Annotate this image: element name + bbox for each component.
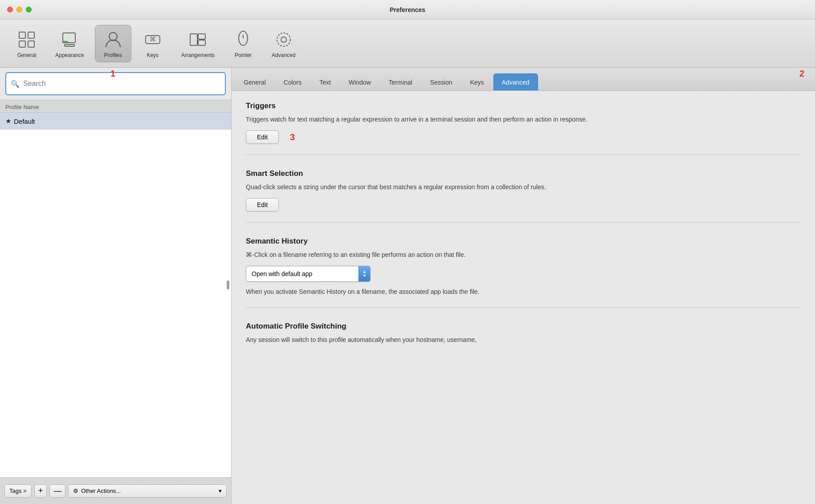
other-actions-label: Other Actions... bbox=[81, 488, 121, 494]
section-semantic-history: Semantic History ⌘-Click on a filename r… bbox=[246, 237, 801, 308]
toolbar-item-profiles[interactable]: Profiles bbox=[95, 25, 131, 62]
toolbar-label-general: General bbox=[17, 52, 37, 58]
toolbar-item-keys[interactable]: ⌘ Keys bbox=[135, 25, 171, 62]
svg-point-17 bbox=[277, 33, 290, 46]
search-box: 🔍 bbox=[5, 72, 226, 95]
svg-point-8 bbox=[109, 33, 117, 41]
advanced-icon bbox=[273, 29, 294, 50]
tab-advanced[interactable]: Advanced bbox=[493, 73, 538, 90]
svg-rect-11 bbox=[190, 34, 197, 45]
annotation-3: 3 bbox=[290, 132, 295, 142]
remove-profile-button[interactable]: — bbox=[49, 484, 65, 498]
search-box-container: 🔍 bbox=[0, 68, 231, 100]
auto-profile-description: Any session will switch to this profile … bbox=[246, 335, 801, 345]
svg-rect-7 bbox=[63, 41, 68, 43]
other-actions-button[interactable]: ⚙ Other Actions... ▾ bbox=[68, 484, 227, 498]
toolbar-label-arrangements: Arrangements bbox=[181, 52, 215, 58]
tab-text[interactable]: Text bbox=[311, 73, 339, 90]
svg-rect-3 bbox=[28, 41, 34, 47]
search-input[interactable] bbox=[23, 80, 220, 88]
semantic-history-dropdown-wrap: Open with default app ▲ ▼ bbox=[246, 266, 801, 282]
section-auto-profile: Automatic Profile Switching Any session … bbox=[246, 322, 801, 362]
smart-selection-edit-button[interactable]: Edit bbox=[246, 198, 279, 211]
toolbar-label-pointer: Pointer bbox=[235, 52, 252, 58]
toolbar-label-advanced: Advanced bbox=[272, 52, 295, 58]
semantic-history-title: Semantic History bbox=[246, 237, 801, 246]
search-icon: 🔍 bbox=[11, 80, 20, 88]
sidebar: 1 🔍 Profile Name ★ Default Tags > + — ⚙ … bbox=[0, 68, 232, 504]
window-controls bbox=[7, 7, 32, 12]
triggers-description: Triggers watch for text matching a regul… bbox=[246, 115, 801, 124]
toolbar: General Appearance Profiles ⌘ bbox=[0, 20, 815, 68]
gear-icon: ⚙ bbox=[73, 488, 78, 494]
semantic-history-description: ⌘-Click on a filename referring to an ex… bbox=[246, 250, 801, 260]
add-profile-button[interactable]: + bbox=[34, 484, 47, 498]
svg-text:⌘: ⌘ bbox=[150, 36, 156, 43]
toolbar-item-arrangements[interactable]: Arrangements bbox=[174, 25, 222, 62]
profiles-icon bbox=[102, 29, 124, 50]
window-title: Preferences bbox=[390, 6, 425, 13]
sidebar-scroll-indicator bbox=[227, 280, 229, 289]
tags-button[interactable]: Tags > bbox=[4, 484, 32, 498]
panel-content: Triggers Triggers watch for text matchin… bbox=[232, 91, 815, 504]
general-icon bbox=[16, 29, 37, 50]
smart-selection-description: Quad-click selects a string under the cu… bbox=[246, 183, 801, 192]
toolbar-label-keys: Keys bbox=[147, 52, 159, 58]
maximize-button[interactable] bbox=[26, 7, 32, 12]
toolbar-item-appearance[interactable]: Appearance bbox=[48, 25, 91, 62]
svg-point-16 bbox=[281, 37, 286, 42]
dropdown-arrow-icon: ▾ bbox=[219, 488, 222, 494]
tab-general[interactable]: General bbox=[235, 73, 274, 90]
annotation-2: 2 bbox=[799, 69, 804, 79]
title-bar: Preferences bbox=[0, 0, 815, 20]
pointer-icon bbox=[232, 29, 254, 50]
auto-profile-title: Automatic Profile Switching bbox=[246, 322, 801, 331]
tab-colors[interactable]: Colors bbox=[275, 73, 310, 90]
tab-keys[interactable]: Keys bbox=[461, 73, 492, 90]
semantic-history-note: When you activate Semantic History on a … bbox=[246, 287, 801, 297]
tab-window[interactable]: Window bbox=[340, 73, 379, 90]
dropdown-arrow-icon: ▲ ▼ bbox=[359, 266, 370, 281]
triggers-title: Triggers bbox=[246, 102, 801, 110]
toolbar-item-pointer[interactable]: Pointer bbox=[225, 25, 261, 62]
sidebar-footer: Tags > + — ⚙ Other Actions... ▾ bbox=[0, 477, 231, 504]
svg-rect-2 bbox=[28, 32, 34, 38]
profile-list: ★ Default bbox=[0, 113, 231, 477]
svg-rect-1 bbox=[19, 41, 25, 47]
star-icon: ★ bbox=[5, 117, 11, 125]
toolbar-label-appearance: Appearance bbox=[55, 52, 84, 58]
arrangements-icon bbox=[187, 29, 208, 50]
main-content: 1 🔍 Profile Name ★ Default Tags > + — ⚙ … bbox=[0, 68, 815, 504]
profile-list-header: Profile Name bbox=[0, 100, 231, 113]
appearance-icon bbox=[59, 29, 80, 50]
triggers-edit-button[interactable]: Edit bbox=[246, 130, 279, 144]
toolbar-label-profiles: Profiles bbox=[104, 52, 122, 58]
keys-icon: ⌘ bbox=[142, 29, 163, 50]
section-triggers: Triggers Triggers watch for text matchin… bbox=[246, 102, 801, 155]
tabs-bar: 2 General Colors Text Window Terminal Se… bbox=[232, 68, 815, 91]
dropdown-value: Open with default app bbox=[252, 270, 312, 277]
section-smart-selection: Smart Selection Quad-click selects a str… bbox=[246, 169, 801, 223]
minimize-button[interactable] bbox=[16, 7, 22, 12]
tab-session[interactable]: Session bbox=[422, 73, 461, 90]
semantic-history-dropdown[interactable]: Open with default app ▲ ▼ bbox=[246, 266, 371, 282]
svg-rect-12 bbox=[198, 34, 205, 39]
profile-item-default[interactable]: ★ Default bbox=[0, 113, 231, 130]
right-panel: 2 General Colors Text Window Terminal Se… bbox=[232, 68, 815, 504]
svg-rect-0 bbox=[19, 32, 25, 38]
toolbar-item-general[interactable]: General bbox=[9, 25, 45, 62]
profile-name: Default bbox=[14, 118, 35, 125]
close-button[interactable] bbox=[7, 7, 13, 12]
smart-selection-title: Smart Selection bbox=[246, 169, 801, 178]
tab-terminal[interactable]: Terminal bbox=[380, 73, 421, 90]
toolbar-item-advanced[interactable]: Advanced bbox=[265, 25, 302, 62]
svg-rect-13 bbox=[198, 40, 205, 45]
